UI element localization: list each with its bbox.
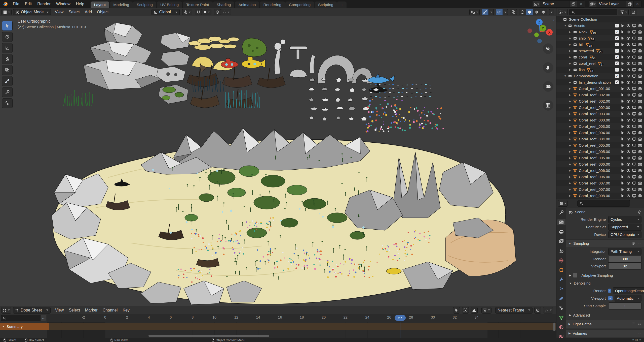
show-overlays-toggle[interactable] [496, 9, 503, 15]
disable-in-renders-toggle[interactable] [638, 99, 642, 103]
selectable-toggle[interactable] [621, 93, 625, 97]
pin-icon[interactable] [637, 210, 641, 214]
dopesheet-menu-item[interactable]: Key [120, 306, 132, 314]
outliner-item-name[interactable]: Coral_reef_001.00 [579, 86, 610, 91]
properties-editor-type-button[interactable] [558, 200, 568, 207]
outliner-row[interactable]: Scene Collection ✓ [556, 16, 644, 22]
disable-in-renders-toggle[interactable] [638, 36, 642, 40]
selectable-toggle[interactable] [621, 99, 625, 103]
hide-in-viewport-toggle[interactable] [626, 87, 630, 91]
outliner-item-name[interactable]: hill [579, 42, 583, 47]
disclosure-toggle[interactable]: ▶ [569, 150, 573, 153]
disable-in-viewports-toggle[interactable] [632, 55, 636, 59]
disable-in-viewports-toggle[interactable] [632, 169, 636, 173]
disable-in-renders-toggle[interactable] [638, 61, 642, 66]
outliner-item-name[interactable]: fish_demonstration [579, 80, 611, 84]
disclosure-toggle[interactable]: ▶ [569, 30, 573, 33]
denoise-render-checkbox[interactable]: ✓ [608, 289, 611, 293]
denoise-render-dropdown[interactable]: OpenImageDenoise [613, 287, 644, 294]
disclosure-toggle[interactable]: ▶ [569, 175, 573, 178]
workspace-tab[interactable]: Shading [213, 2, 235, 8]
hide-in-viewport-toggle[interactable] [626, 188, 630, 192]
new-collection-button[interactable] [630, 9, 637, 15]
disclosure-toggle[interactable]: ▶ [569, 182, 573, 184]
outliner-item-name[interactable]: ship [579, 36, 586, 40]
disclosure-toggle[interactable]: ▶ [569, 188, 573, 191]
disable-in-renders-toggle[interactable] [638, 143, 642, 147]
outliner-row[interactable]: ▶ Coral_reef_005.00 ✓ [556, 148, 644, 155]
disable-in-viewports-toggle[interactable] [632, 188, 636, 192]
proportional-edit-button[interactable] [214, 9, 221, 15]
outliner-row[interactable]: ▶ Coral_reef_007.00 ✓ [556, 186, 644, 193]
disable-in-viewports-toggle[interactable] [632, 150, 636, 154]
disclosure-toggle[interactable]: ▼ [564, 75, 568, 77]
selectable-toggle[interactable] [621, 61, 625, 66]
volumes-section-header[interactable]: ▶Volumes [566, 329, 644, 337]
disclosure-toggle[interactable]: ▶ [569, 163, 573, 166]
collection-checkbox[interactable]: ✓ [615, 61, 619, 65]
outliner-item-name[interactable]: coral [579, 55, 587, 59]
dopesheet-filter-button[interactable] [481, 307, 491, 314]
disclosure-toggle[interactable]: ▶ [569, 37, 573, 40]
disable-in-renders-toggle[interactable] [638, 106, 642, 110]
outliner-row[interactable]: ▶ Coral_reef_006.00 ✓ [556, 174, 644, 180]
selectable-toggle[interactable] [621, 169, 625, 173]
disable-in-viewports-toggle[interactable] [632, 68, 636, 72]
viewport-menu-item[interactable]: Add [82, 8, 94, 16]
asset-rocks-small[interactable] [157, 33, 190, 104]
topbar-menu-item[interactable]: File [10, 0, 22, 8]
hide-in-viewport-toggle[interactable] [626, 181, 630, 185]
disclosure-toggle[interactable]: ▼ [564, 24, 568, 27]
hide-in-viewport-toggle[interactable] [626, 74, 630, 78]
gizmos-dropdown[interactable] [489, 9, 494, 15]
disable-in-viewports-toggle[interactable] [632, 162, 636, 166]
outliner-editor-type-button[interactable] [558, 9, 568, 15]
selectable-toggle[interactable] [621, 118, 625, 122]
hide-in-viewport-toggle[interactable] [626, 131, 630, 135]
tool-scale[interactable] [2, 65, 13, 75]
outliner-item-name[interactable]: Coral_reef_008.00 [579, 194, 610, 198]
disable-in-viewports-toggle[interactable] [632, 30, 636, 34]
collection-checkbox[interactable]: ✓ [615, 49, 619, 53]
disclosure-toggle[interactable]: ▶ [569, 125, 573, 128]
selectable-toggle[interactable] [621, 36, 625, 40]
channel-search-input[interactable] [1, 315, 40, 321]
hide-in-viewport-toggle[interactable] [626, 24, 630, 28]
tool-annotate[interactable] [2, 87, 13, 97]
workspace-tab[interactable]: Compositing [285, 2, 314, 8]
tab-physics[interactable] [557, 296, 565, 302]
outliner-row[interactable]: ▶ ship 59 ✓ [556, 35, 644, 41]
disclosure-toggle[interactable]: ▶ [569, 131, 573, 134]
disable-in-viewports-toggle[interactable] [632, 87, 636, 91]
asset-submarine-yellow[interactable] [242, 57, 265, 68]
outliner-item-name[interactable]: Coral_reef_004.00 [579, 137, 610, 141]
view-layer-remove-button[interactable]: ✕ [633, 1, 641, 7]
selectable-toggle[interactable] [621, 156, 625, 160]
disable-in-viewports-toggle[interactable] [632, 61, 636, 66]
selectable-toggle[interactable] [621, 43, 625, 47]
tab-modifiers[interactable] [557, 276, 565, 283]
workspace-tab[interactable]: Rendering [260, 2, 285, 8]
disable-in-renders-toggle[interactable] [638, 169, 642, 173]
outliner-item-name[interactable]: Coral_reef_002.00 [579, 93, 610, 97]
selectable-toggle[interactable] [621, 125, 625, 129]
selectable-toggle[interactable] [621, 49, 625, 53]
disable-in-viewports-toggle[interactable] [632, 106, 636, 110]
dopesheet-editor-type-button[interactable] [1, 307, 11, 314]
timeline-ruler[interactable]: -20246810121416182022242628303234 [0, 314, 556, 322]
pan-button[interactable] [543, 62, 553, 73]
asset-colorful-fish-group[interactable] [408, 107, 444, 130]
disable-in-renders-toggle[interactable] [638, 181, 642, 185]
disable-in-renders-toggle[interactable] [638, 74, 642, 78]
outliner-row[interactable]: ▶ Rock 49 ✓ [556, 29, 644, 35]
tab-material[interactable] [557, 324, 565, 330]
outliner-item-name[interactable]: Coral_reef_006.00 [579, 175, 610, 179]
outliner-row[interactable]: ▼ Assets ✓ [556, 22, 644, 29]
workspace-tab[interactable]: UV Editing [157, 2, 182, 8]
scene-browse-button[interactable] [533, 1, 540, 7]
outliner-row[interactable]: ▶ hill 28 ✓ [556, 41, 644, 48]
disable-in-viewports-toggle[interactable] [632, 24, 636, 28]
hide-in-viewport-toggle[interactable] [626, 61, 630, 66]
island-submarine[interactable] [386, 268, 401, 274]
topbar-menu-item[interactable]: Render [34, 0, 53, 8]
